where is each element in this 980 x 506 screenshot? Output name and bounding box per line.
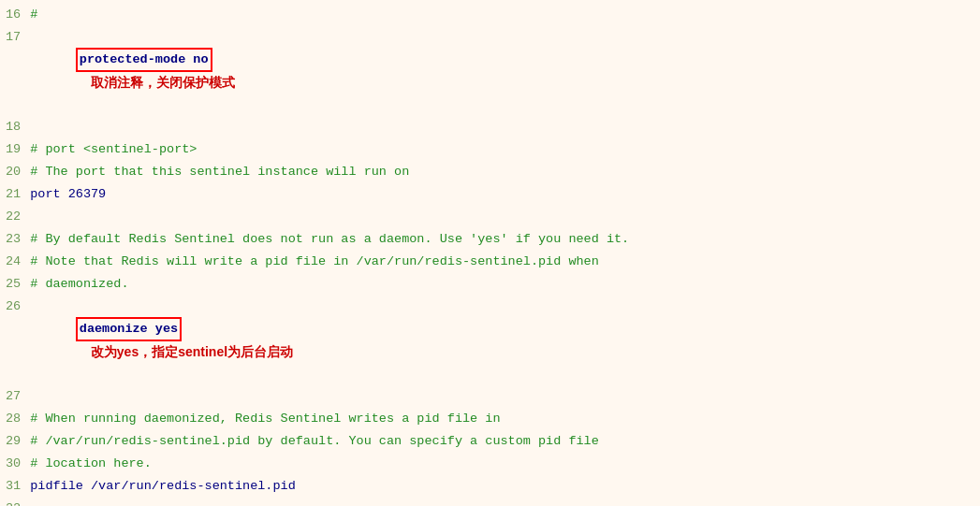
- line-num-22: 22: [0, 207, 30, 227]
- line-num-32: 32: [0, 499, 30, 506]
- daemonize-highlight: daemonize yes: [76, 317, 182, 341]
- line-num-24: 24: [0, 252, 30, 272]
- line-24: 24 # Note that Redis will write a pid fi…: [0, 251, 980, 273]
- line-20: 20 # The port that this sentinel instanc…: [0, 161, 980, 183]
- line-num-16: 16: [0, 5, 30, 25]
- line-21: 21 port 26379: [0, 183, 980, 206]
- line-num-19: 19: [0, 139, 30, 160]
- line-content-29: # /var/run/redis-sentinel.pid by default…: [30, 431, 980, 452]
- line-16: 16 #: [0, 4, 980, 26]
- line-num-25: 25: [0, 274, 30, 295]
- line-25: 25 # daemonized.: [0, 273, 980, 296]
- line-num-21: 21: [0, 184, 30, 205]
- line-num-28: 28: [0, 409, 30, 429]
- line-28: 28 # When running daemonized, Redis Sent…: [0, 408, 980, 430]
- line-num-27: 27: [0, 386, 30, 407]
- line-num-18: 18: [0, 117, 30, 137]
- line-31: 31 pidfile /var/run/redis-sentinel.pid: [0, 475, 980, 498]
- line-23: 23 # By default Redis Sentinel does not …: [0, 228, 980, 251]
- line-num-23: 23: [0, 229, 30, 250]
- line-content-24: # Note that Redis will write a pid file …: [30, 252, 980, 272]
- line-18: 18: [0, 116, 980, 138]
- code-editor: 16 # 17 protected-mode no 取消注释，关闭保护模式 18…: [0, 0, 980, 506]
- annotation-17: 取消注释，关闭保护模式: [91, 75, 235, 90]
- line-27: 27: [0, 385, 980, 408]
- protected-mode-highlight: protected-mode no: [76, 48, 212, 72]
- line-32: 32: [0, 498, 980, 506]
- line-content-28: # When running daemonized, Redis Sentine…: [30, 409, 980, 429]
- line-content-21: port 26379: [30, 184, 980, 205]
- line-19: 19 # port <sentinel-port>: [0, 138, 980, 161]
- line-content-20: # The port that this sentinel instance w…: [30, 162, 980, 182]
- line-content-30: # location here.: [30, 454, 980, 474]
- line-22: 22: [0, 206, 980, 228]
- line-content-31: pidfile /var/run/redis-sentinel.pid: [30, 476, 980, 497]
- line-content-16: #: [30, 5, 980, 25]
- line-num-20: 20: [0, 162, 30, 182]
- annotation-26: 改为yes，指定sentinel为后台启动: [91, 344, 293, 359]
- line-num-26: 26: [0, 296, 30, 317]
- line-content-26: daemonize yes 改为yes，指定sentinel为后台启动: [30, 296, 980, 384]
- line-num-31: 31: [0, 476, 30, 497]
- line-26: 26 daemonize yes 改为yes，指定sentinel为后台启动: [0, 296, 980, 385]
- line-num-29: 29: [0, 431, 30, 452]
- line-17: 17 protected-mode no 取消注释，关闭保护模式: [0, 26, 980, 116]
- line-29: 29 # /var/run/redis-sentinel.pid by defa…: [0, 430, 980, 453]
- line-content-23: # By default Redis Sentinel does not run…: [30, 229, 980, 250]
- line-num-17: 17: [0, 27, 30, 48]
- line-content-25: # daemonized.: [30, 274, 980, 295]
- line-content-17: protected-mode no 取消注释，关闭保护模式: [30, 27, 980, 115]
- line-content-19: # port <sentinel-port>: [30, 139, 980, 160]
- line-30: 30 # location here.: [0, 453, 980, 475]
- line-num-30: 30: [0, 454, 30, 474]
